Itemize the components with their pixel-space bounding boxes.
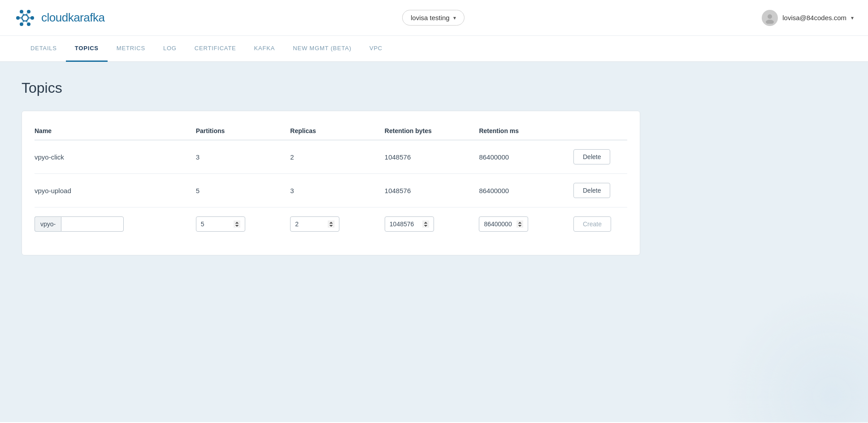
topic-retention-ms: 86400000: [479, 140, 573, 174]
chevron-down-icon: ▾: [453, 15, 456, 21]
create-retention-bytes-cell: [385, 207, 479, 241]
delete-button[interactable]: Delete: [573, 149, 610, 164]
main-content: Topics Name Partitions Replicas Retentio…: [0, 62, 868, 422]
table-row: vpyo-click 3 2 1048576 86400000 Delete: [35, 140, 627, 174]
topic-replicas: 3: [290, 174, 385, 207]
svg-point-1: [16, 16, 20, 20]
tab-new-mgmt[interactable]: NEW MGMT (BETA): [284, 36, 360, 62]
topic-prefix-label: vpyo-: [35, 216, 61, 232]
page-title: Topics: [22, 80, 846, 96]
create-name-cell: vpyo-: [35, 207, 196, 241]
create-topic-row: vpyo-: [35, 207, 627, 241]
tab-vpc[interactable]: VPC: [360, 36, 391, 62]
create-retention-ms-cell: [479, 207, 573, 241]
logo-text: cloudkarafka: [41, 11, 104, 25]
svg-point-4: [27, 10, 30, 13]
create-button[interactable]: Create: [573, 216, 611, 232]
topic-partitions: 3: [196, 140, 291, 174]
user-email: lovisa@84codes.com: [782, 14, 846, 22]
create-action-cell: Create: [573, 207, 627, 241]
svg-point-5: [20, 22, 23, 26]
header: cloudkarafka lovisa testing ▾ lovisa@84c…: [0, 0, 868, 36]
topic-retention-bytes: 1048576: [385, 140, 479, 174]
tab-kafka[interactable]: KAFKA: [245, 36, 284, 62]
create-partitions-cell: [196, 207, 291, 241]
svg-point-3: [20, 10, 23, 13]
topic-name-input[interactable]: [61, 216, 124, 232]
svg-point-6: [27, 22, 30, 26]
col-header-replicas: Replicas: [290, 122, 385, 140]
topic-retention-ms: 86400000: [479, 174, 573, 207]
create-replicas-cell: [290, 207, 385, 241]
topics-table-card: Name Partitions Replicas Retention bytes…: [22, 111, 640, 255]
user-area[interactable]: lovisa@84codes.com ▾: [762, 10, 854, 26]
retention-ms-input[interactable]: [479, 216, 528, 232]
tab-certificate[interactable]: CERTIFICATE: [186, 36, 245, 62]
topic-name: vpyo-click: [35, 140, 196, 174]
tab-topics[interactable]: TOPICS: [66, 36, 108, 62]
col-header-name: Name: [35, 122, 196, 140]
topic-partitions: 5: [196, 174, 291, 207]
retention-bytes-input[interactable]: [385, 216, 434, 232]
col-header-action: [573, 122, 627, 140]
partitions-input[interactable]: [196, 216, 245, 232]
topic-action: Delete: [573, 140, 627, 174]
svg-point-14: [766, 20, 774, 24]
user-avatar: [762, 10, 778, 26]
tab-details[interactable]: DETAILS: [22, 36, 66, 62]
topic-replicas: 2: [290, 140, 385, 174]
topic-action: Delete: [573, 174, 627, 207]
replicas-input[interactable]: [290, 216, 339, 232]
table-row: vpyo-upload 5 3 1048576 86400000 Delete: [35, 174, 627, 207]
col-header-retention-bytes: Retention bytes: [385, 122, 479, 140]
col-header-partitions: Partitions: [196, 122, 291, 140]
svg-point-0: [22, 15, 28, 21]
svg-point-2: [30, 16, 34, 20]
nav-tabs: DETAILS TOPICS METRICS LOG CERTIFICATE K…: [0, 36, 868, 62]
svg-point-13: [768, 14, 772, 19]
instance-selector[interactable]: lovisa testing ▾: [402, 10, 464, 26]
user-chevron-icon: ▾: [851, 15, 854, 21]
instance-selector-label: lovisa testing: [411, 14, 450, 22]
topics-table: Name Partitions Replicas Retention bytes…: [35, 122, 627, 241]
cloudkarafka-logo-icon: [14, 7, 36, 29]
col-header-retention-ms: Retention ms: [479, 122, 573, 140]
topic-retention-bytes: 1048576: [385, 174, 479, 207]
table-header-row: Name Partitions Replicas Retention bytes…: [35, 122, 627, 140]
create-name-input-group: vpyo-: [35, 216, 124, 232]
topic-name: vpyo-upload: [35, 174, 196, 207]
tab-metrics[interactable]: METRICS: [108, 36, 154, 62]
delete-button[interactable]: Delete: [573, 183, 610, 198]
logo-area: cloudkarafka: [14, 7, 104, 29]
tab-log[interactable]: LOG: [154, 36, 186, 62]
